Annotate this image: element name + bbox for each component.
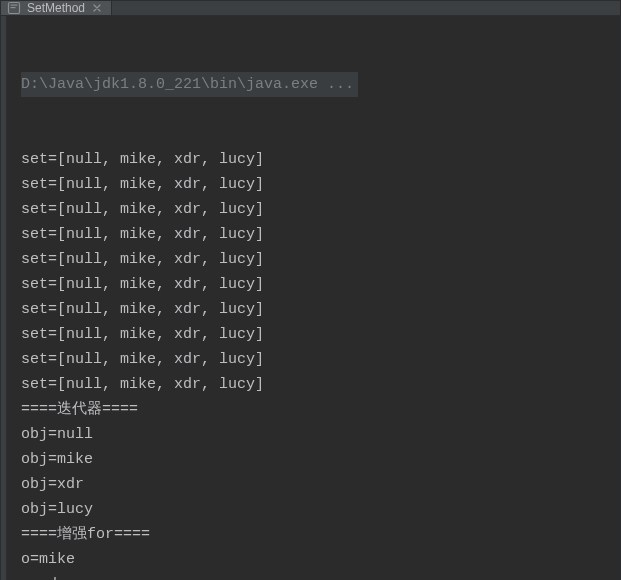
console-line: set=[null, mike, xdr, lucy] <box>21 147 612 172</box>
console-line: ====迭代器==== <box>21 397 612 422</box>
console-line: set=[null, mike, xdr, lucy] <box>21 347 612 372</box>
console-line: set=[null, mike, xdr, lucy] <box>21 322 612 347</box>
run-config-icon <box>7 1 21 15</box>
console-line: set=[null, mike, xdr, lucy] <box>21 247 612 272</box>
console-output[interactable]: D:\Java\jdk1.8.0_221\bin\java.exe ... se… <box>7 16 620 580</box>
console-line: obj=mike <box>21 447 612 472</box>
console-line: o=xdr <box>21 572 612 580</box>
console-line: set=[null, mike, xdr, lucy] <box>21 222 612 247</box>
console-line: obj=null <box>21 422 612 447</box>
console-line: set=[null, mike, xdr, lucy] <box>21 297 612 322</box>
svg-rect-2 <box>11 7 16 8</box>
tab-label: SetMethod <box>27 1 85 15</box>
console-line: set=[null, mike, xdr, lucy] <box>21 272 612 297</box>
console-line: obj=lucy <box>21 497 612 522</box>
console-body: D:\Java\jdk1.8.0_221\bin\java.exe ... se… <box>1 16 620 580</box>
console-line: set=[null, mike, xdr, lucy] <box>21 197 612 222</box>
console-line: ====增强for==== <box>21 522 612 547</box>
tab-setmethod[interactable]: SetMethod <box>1 1 112 15</box>
command-line: D:\Java\jdk1.8.0_221\bin\java.exe ... <box>21 72 358 97</box>
console-line: set=[null, mike, xdr, lucy] <box>21 372 612 397</box>
close-icon[interactable] <box>91 2 103 14</box>
console-line: obj=xdr <box>21 472 612 497</box>
console-line: o=mike <box>21 547 612 572</box>
run-tool-window: SetMethod D:\Java\jdk1.8.0_221\bin\java.… <box>0 0 621 580</box>
tool-window-tabbar: SetMethod <box>1 1 620 16</box>
console-line: set=[null, mike, xdr, lucy] <box>21 172 612 197</box>
svg-rect-1 <box>11 5 18 6</box>
